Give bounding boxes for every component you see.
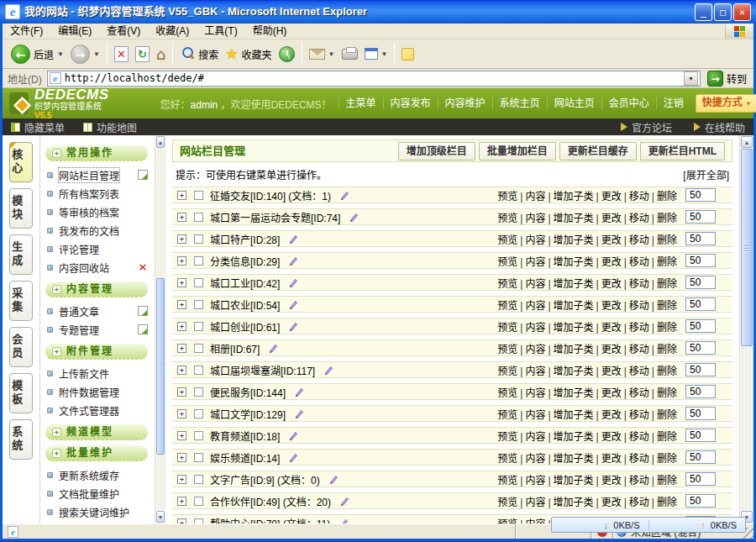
sidebar-item[interactable]: 内容回收站	[40, 258, 155, 276]
action-add-subcategory[interactable]: 增加子类	[554, 234, 601, 246]
banner-nav-link[interactable]: 主菜单	[339, 97, 383, 109]
expand-all-link[interactable]: [展开全部]	[683, 167, 729, 182]
edit-pen-icon[interactable]	[293, 408, 304, 419]
sort-order-input[interactable]	[685, 319, 716, 333]
action-add-subcategory[interactable]: 增加子类	[554, 213, 601, 224]
category-label[interactable]: 文字广告[ID:9] (文档：0)	[210, 472, 320, 487]
action-move[interactable]: 移动	[629, 453, 657, 465]
action-preview[interactable]: 预览	[497, 213, 525, 224]
action-delete[interactable]: 删除	[657, 387, 677, 399]
expand-icon[interactable]	[177, 213, 186, 222]
action-preview[interactable]: 预览	[497, 366, 525, 377]
menu-item[interactable]: 工具(T)	[197, 24, 244, 39]
quickbar-item[interactable]: 隐藏菜单	[11, 120, 65, 134]
category-label[interactable]: 城口农业[ID:54]	[210, 297, 280, 312]
sort-order-input[interactable]	[685, 429, 716, 442]
action-add-subcategory[interactable]: 增加子类	[554, 191, 601, 203]
action-content[interactable]: 内容	[525, 431, 553, 443]
expand-icon[interactable]	[177, 409, 186, 418]
edit-pen-icon[interactable]	[338, 518, 349, 524]
action-delete[interactable]: 删除	[657, 300, 677, 312]
row-checkbox[interactable]	[194, 278, 203, 287]
module-tab[interactable]: 生成	[9, 234, 33, 275]
action-delete[interactable]: 删除	[657, 344, 677, 355]
action-preview[interactable]: 预览	[497, 300, 525, 312]
action-move[interactable]: 移动	[629, 191, 657, 203]
banner-nav-link[interactable]: 会员中心	[601, 97, 656, 109]
stop-button[interactable]: ✕	[111, 45, 132, 64]
sidebar-section-header[interactable]: 附件管理	[45, 344, 148, 360]
action-add-subcategory[interactable]: 增加子类	[554, 453, 601, 465]
menu-item[interactable]: 编辑(E)	[50, 24, 99, 39]
quickbar-item[interactable]: 功能地图	[83, 120, 137, 134]
action-move[interactable]: 移动	[629, 213, 657, 224]
action-delete[interactable]: 删除	[657, 453, 677, 465]
menu-item[interactable]: 查看(V)	[99, 24, 148, 39]
expand-icon[interactable]	[177, 278, 186, 287]
action-move[interactable]: 移动	[629, 344, 657, 355]
row-checkbox[interactable]	[194, 366, 203, 375]
action-add-subcategory[interactable]: 增加子类	[554, 475, 601, 487]
action-preview[interactable]: 预览	[497, 191, 525, 203]
action-move[interactable]: 移动	[629, 387, 657, 399]
sort-order-input[interactable]	[685, 407, 716, 420]
action-preview[interactable]: 预览	[497, 256, 525, 268]
action-add-subcategory[interactable]: 增加子类	[554, 278, 601, 290]
scroll-up-button[interactable]: ▲	[156, 136, 165, 148]
action-preview[interactable]: 预览	[497, 409, 525, 421]
action-modify[interactable]: 更改	[601, 322, 629, 334]
row-checkbox[interactable]	[194, 213, 203, 222]
address-dropdown-button[interactable]: ▼	[684, 71, 698, 86]
edit-pen-icon[interactable]	[287, 452, 298, 463]
sort-order-input[interactable]	[685, 494, 716, 508]
expand-icon[interactable]	[177, 191, 186, 200]
maximize-button[interactable]: □	[714, 3, 732, 21]
action-modify[interactable]: 更改	[601, 387, 629, 399]
sort-order-input[interactable]	[685, 385, 716, 398]
category-label[interactable]: 教育频道[ID:18]	[210, 429, 280, 443]
favorites-button[interactable]: ★ 收藏夹	[222, 45, 275, 63]
action-modify[interactable]: 更改	[601, 234, 629, 246]
category-label[interactable]: 城口第一届运动会专题[ID:74]	[210, 210, 340, 224]
shortcut-button[interactable]: 快捷方式 ▼	[696, 94, 756, 113]
sidebar-item[interactable]: 附件数据管理	[40, 382, 155, 401]
action-move[interactable]: 移动	[629, 300, 657, 312]
category-label[interactable]: 征婚交友[ID:140] (文档：1)	[210, 188, 331, 203]
banner-nav-link[interactable]: 内容发布	[383, 97, 438, 109]
edit-pen-icon[interactable]	[267, 343, 278, 354]
category-label[interactable]: 城口文学[ID:129]	[210, 407, 286, 421]
action-add-subcategory[interactable]: 增加子类	[554, 366, 601, 377]
sort-order-input[interactable]	[685, 472, 716, 486]
action-add-subcategory[interactable]: 增加子类	[554, 322, 601, 334]
sidebar-section-header[interactable]: 批量维护	[45, 445, 148, 461]
quickbar-link[interactable]: 官方论坛	[621, 120, 672, 134]
action-add-subcategory[interactable]: 增加子类	[554, 387, 601, 399]
expand-icon[interactable]	[177, 234, 186, 244]
sidebar-item[interactable]: 评论管理	[40, 239, 155, 258]
sidebar-item[interactable]: 等审核的档案	[40, 203, 155, 221]
action-preview[interactable]: 预览	[497, 387, 525, 399]
edit-pen-icon[interactable]	[293, 387, 304, 397]
notes-button[interactable]	[398, 46, 417, 62]
edit-pen-icon[interactable]	[287, 255, 298, 266]
print-button[interactable]	[339, 47, 361, 61]
action-add-subcategory[interactable]: 增加子类	[554, 256, 601, 268]
action-move[interactable]: 移动	[629, 256, 657, 268]
action-content[interactable]: 内容	[525, 475, 553, 487]
action-modify[interactable]: 更改	[601, 256, 629, 268]
action-content[interactable]: 内容	[525, 300, 553, 312]
action-modify[interactable]: 更改	[601, 213, 629, 224]
category-label[interactable]: 分类信息[ID:29]	[210, 254, 280, 268]
edit-pen-icon[interactable]	[348, 212, 359, 223]
action-delete[interactable]: 删除	[657, 191, 677, 203]
expand-icon[interactable]	[177, 475, 186, 484]
sort-order-input[interactable]	[685, 276, 716, 289]
content-action-button[interactable]: 批量增加栏目	[479, 142, 556, 160]
action-delete[interactable]: 删除	[657, 322, 677, 334]
history-button[interactable]	[276, 45, 298, 64]
action-add-subcategory[interactable]: 增加子类	[554, 344, 601, 355]
action-content[interactable]: 内容	[525, 191, 553, 203]
row-checkbox[interactable]	[194, 234, 203, 244]
action-preview[interactable]: 预览	[497, 497, 525, 508]
action-move[interactable]: 移动	[629, 475, 657, 487]
